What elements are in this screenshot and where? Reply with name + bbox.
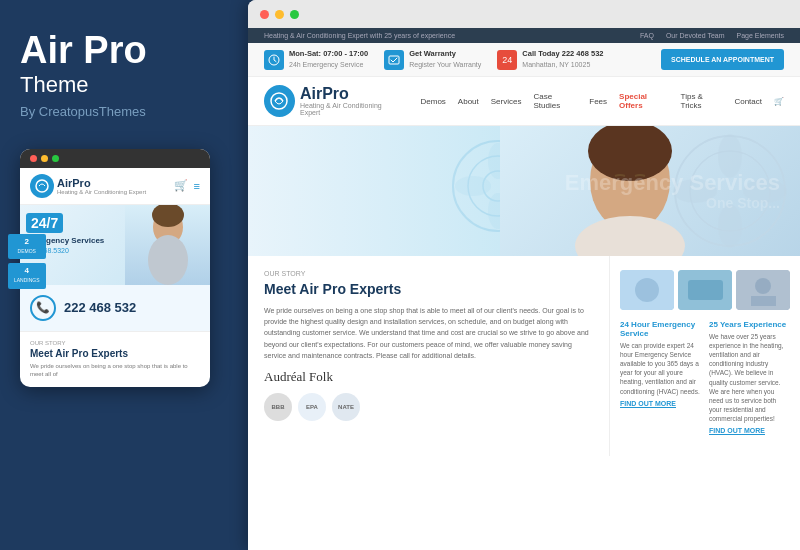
nav-tips[interactable]: Tips & Tricks xyxy=(681,92,723,110)
info-warranty-text: Get Warranty Register Your Warranty xyxy=(409,49,481,69)
info-warranty: Get Warranty Register Your Warranty xyxy=(384,49,481,69)
hero-overlay-text: Emergency Services One Stop... xyxy=(565,171,780,211)
browser-chrome xyxy=(248,0,800,28)
browser-dot-green xyxy=(290,10,299,19)
demos-badge: 2DEMOS xyxy=(8,234,46,260)
svg-point-28 xyxy=(755,278,771,294)
nav-demos[interactable]: Demos xyxy=(421,97,446,106)
mobile-phone-large: 📞 222 468 532 xyxy=(20,285,210,332)
browser-dot-red xyxy=(260,10,269,19)
svg-point-22 xyxy=(575,216,685,256)
elements-link[interactable]: Page Elements xyxy=(737,32,784,39)
experience-findout[interactable]: FIND OUT MORE xyxy=(709,427,790,434)
mobile-story-title: Meet Air Pro Experts xyxy=(30,348,200,359)
team-link[interactable]: Our Devoted Team xyxy=(666,32,725,39)
svg-point-0 xyxy=(36,180,48,192)
mobile-hero: 24/7 Emergency Services 222.468.5320 xyxy=(20,205,210,285)
epa-badge: EPA xyxy=(298,393,326,421)
green-dot xyxy=(52,155,59,162)
mobile-logo-subtext: Heating & Air Conditioning Expert xyxy=(57,189,146,195)
yellow-dot xyxy=(41,155,48,162)
nav-fees[interactable]: Fees xyxy=(589,97,607,106)
service-info-grid: 24 Hour Emergency Service We can provide… xyxy=(620,320,790,434)
mobile-device: AirPro Heating & Air Conditioning Expert… xyxy=(20,149,210,387)
left-panel: Air Pro Theme By CreatopusThemes 2DEMOS … xyxy=(0,0,248,550)
emergency-text: We can provide expert 24 hour Emergency … xyxy=(620,341,701,396)
info-phone-text: Call Today 222 468 532 Manhattan, NY 100… xyxy=(522,49,603,69)
browser-panel: Heating & Air Conditioning Expert with 2… xyxy=(248,0,800,550)
cert-badges: BBB EPA NATE xyxy=(264,393,593,421)
nav-special-offers[interactable]: Special Offers xyxy=(619,92,669,110)
site-infobar: Mon-Sat: 07:00 - 17:00 24h Emergency Ser… xyxy=(248,43,800,77)
service-emergency: 24 Hour Emergency Service We can provide… xyxy=(620,320,701,434)
mobile-story-text: We pride ourselves on being a one stop s… xyxy=(30,362,200,379)
mobile-chrome xyxy=(20,149,210,168)
site-logo-text: AirPro Heating & Air Conditioning Expert xyxy=(300,86,401,116)
mobile-logo-text: AirPro xyxy=(57,177,146,189)
mobile-logo: AirPro Heating & Air Conditioning Expert xyxy=(30,174,146,198)
hours-icon xyxy=(264,50,284,70)
svg-rect-29 xyxy=(751,296,776,306)
info-hours: Mon-Sat: 07:00 - 17:00 24h Emergency Ser… xyxy=(264,49,368,69)
cart-icon: 🛒 xyxy=(174,179,188,192)
info-hours-text: Mon-Sat: 07:00 - 17:00 24h Emergency Ser… xyxy=(289,49,368,69)
service-experience: 25 Years Experience We have over 25 year… xyxy=(709,320,790,434)
nav-cart[interactable]: 🛒 xyxy=(774,97,784,106)
phone-icon-red: 24 xyxy=(497,50,517,70)
nate-badge: NATE xyxy=(332,393,360,421)
story-section: Our Story Meet Air Pro Experts We pride … xyxy=(248,256,610,456)
phone-icon: 📞 xyxy=(36,301,50,314)
faq-link[interactable]: FAQ xyxy=(640,32,654,39)
topbar-links: FAQ Our Devoted Team Page Elements xyxy=(640,32,784,39)
schedule-appointment-btn[interactable]: SCHEDULE AN APPOINTMENT xyxy=(661,49,784,70)
svg-point-6 xyxy=(271,93,287,109)
website-content: Heating & Air Conditioning Expert with 2… xyxy=(248,28,800,550)
brand-title: Air Pro xyxy=(20,30,228,72)
nav-about[interactable]: About xyxy=(458,97,479,106)
service-thumb-3 xyxy=(736,270,790,310)
nav-contact[interactable]: Contact xyxy=(734,97,762,106)
service-thumb-2 xyxy=(678,270,732,310)
site-nav-items: Demos About Services Case Studies Fees S… xyxy=(421,92,784,110)
emergency-findout[interactable]: FIND OUT MORE xyxy=(620,400,701,407)
red-dot xyxy=(30,155,37,162)
site-nav: AirPro Heating & Air Conditioning Expert… xyxy=(248,77,800,126)
hero-big-text: Emergency Services xyxy=(565,171,780,195)
site-content: Our Story Meet Air Pro Experts We pride … xyxy=(248,256,800,456)
mobile-story: Our Story Meet Air Pro Experts We pride … xyxy=(20,332,210,387)
site-logo: AirPro Heating & Air Conditioning Expert xyxy=(264,85,401,117)
emergency-title: 24 Hour Emergency Service xyxy=(620,320,701,338)
mobile-nav: AirPro Heating & Air Conditioning Expert… xyxy=(20,168,210,205)
experience-text: We have over 25 years experience in the … xyxy=(709,332,790,423)
landings-badge: 4LANDINGS xyxy=(8,263,46,289)
svg-point-12 xyxy=(455,176,491,196)
site-topbar: Heating & Air Conditioning Expert with 2… xyxy=(248,28,800,43)
experience-title: 25 Years Experience xyxy=(709,320,790,329)
brand-subtitle: Theme xyxy=(20,72,228,98)
warranty-icon xyxy=(384,50,404,70)
story-text: We pride ourselves on being a one stop s… xyxy=(264,305,593,361)
info-phone: 24 Call Today 222 468 532 Manhattan, NY … xyxy=(497,49,603,69)
story-title: Meet Air Pro Experts xyxy=(264,281,593,297)
mobile-mockup: 2DEMOS 4LANDINGS xyxy=(20,149,228,387)
hero-sub-text: One Stop... xyxy=(565,195,780,211)
topbar-text: Heating & Air Conditioning Expert with 2… xyxy=(264,32,455,39)
nav-case-studies[interactable]: Case Studies xyxy=(533,92,577,110)
services-section: 24 Hour Emergency Service We can provide… xyxy=(610,256,800,456)
story-label: Our Story xyxy=(264,270,593,277)
svg-point-2 xyxy=(148,235,188,285)
mobile-247-badge: 24/7 xyxy=(26,213,63,233)
mobile-phone-number: 222 468 532 xyxy=(64,300,136,315)
story-signature: Audréal Folk xyxy=(264,369,593,385)
bbb-badge: BBB xyxy=(264,393,292,421)
site-logo-icon xyxy=(264,85,295,117)
service-thumb-1 xyxy=(620,270,674,310)
mobile-nav-icons: 🛒 ≡ xyxy=(174,179,200,192)
menu-icon: ≡ xyxy=(194,180,200,192)
nav-services[interactable]: Services xyxy=(491,97,522,106)
svg-rect-26 xyxy=(688,280,723,300)
mobile-phone-icon: 📞 xyxy=(30,295,56,321)
mobile-story-label: Our Story xyxy=(30,340,200,346)
browser-dot-yellow xyxy=(275,10,284,19)
brand-by: By CreatopusThemes xyxy=(20,104,228,119)
